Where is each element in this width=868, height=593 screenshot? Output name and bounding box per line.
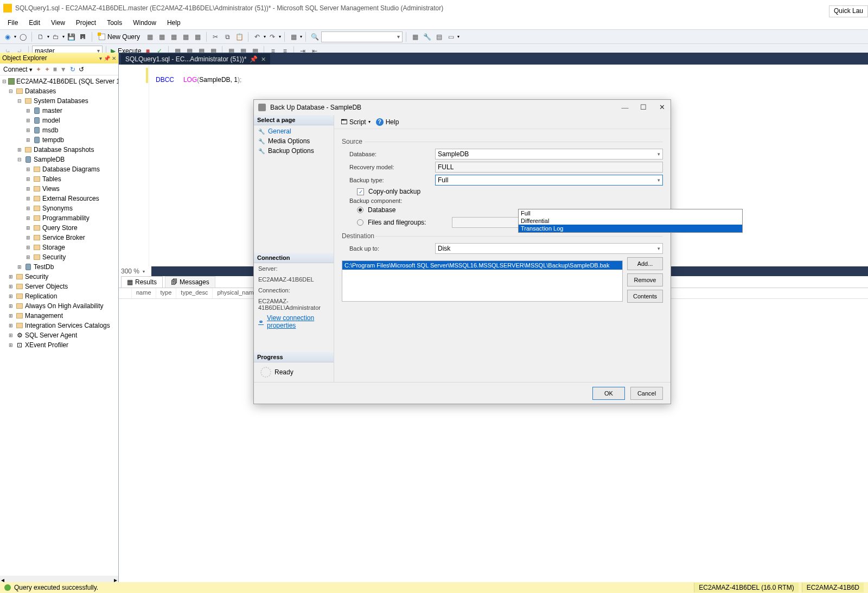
refresh-icon[interactable]: ↻: [70, 66, 75, 73]
maximize-icon[interactable]: ☐: [639, 103, 648, 112]
tree-views[interactable]: Views: [42, 185, 60, 193]
add-button[interactable]: Add...: [627, 257, 663, 270]
wrench-icon[interactable]: 🔧: [422, 31, 432, 42]
tree-ha[interactable]: Always On High Availability: [25, 302, 104, 310]
minimize-icon[interactable]: —: [621, 103, 629, 112]
tree-tempdb[interactable]: tempdb: [42, 136, 64, 144]
qry-icon1[interactable]: ▦: [144, 31, 155, 42]
tree-snapshots[interactable]: Database Snapshots: [34, 146, 94, 154]
oet-icon2[interactable]: ✦: [44, 66, 50, 73]
cut-icon[interactable]: ✂: [210, 31, 221, 42]
tree-extres[interactable]: External Resources: [42, 195, 99, 202]
tab-close-icon[interactable]: ✕: [261, 56, 266, 63]
connect-button[interactable]: Connect ▾: [3, 66, 33, 73]
pin2-icon[interactable]: 📌: [104, 55, 110, 61]
tree-storage[interactable]: Storage: [42, 244, 65, 251]
tree-prog[interactable]: Programmability: [42, 214, 90, 222]
quick-launch[interactable]: Quick Lau: [829, 5, 868, 17]
oet-icon3[interactable]: ≡: [53, 66, 57, 73]
col-typedesc[interactable]: type_desc: [176, 288, 213, 298]
tree-isc[interactable]: Integration Services Catalogs: [25, 322, 110, 329]
remove-button[interactable]: Remove: [627, 273, 663, 286]
tree-dbdiag[interactable]: Database Diagrams: [42, 165, 100, 173]
saveall-icon[interactable]: 🖪: [78, 31, 88, 42]
tree-msdb[interactable]: msdb: [42, 126, 58, 134]
qry-icon4[interactable]: ▦: [180, 31, 191, 42]
tool-icon4[interactable]: ▭: [445, 31, 456, 42]
tree-syn[interactable]: Synonyms: [42, 205, 73, 212]
paste-icon[interactable]: 📋: [234, 31, 245, 42]
tree-replication[interactable]: Replication: [25, 292, 57, 300]
col-type[interactable]: type: [156, 288, 177, 298]
tree-xevent[interactable]: XEvent Profiler: [25, 341, 68, 349]
menu-file[interactable]: File: [2, 18, 23, 28]
dd-full[interactable]: Full: [519, 209, 742, 217]
tab-results[interactable]: ▦Results: [121, 276, 163, 288]
page-backup-options[interactable]: 🔧Backup Options: [254, 146, 334, 156]
script-button[interactable]: 🗔Script▾: [341, 118, 371, 126]
nav-fwd-icon[interactable]: ◯: [17, 31, 28, 42]
dialog-titlebar[interactable]: Back Up Database - SampleDB — ☐ ✕: [254, 100, 671, 115]
tree-qs[interactable]: Query Store: [42, 224, 78, 232]
tree-server-objects[interactable]: Server Objects: [25, 283, 68, 290]
tree-sb[interactable]: Service Broker: [42, 234, 85, 241]
tab-messages[interactable]: 🗐Messages: [165, 276, 215, 288]
filter-icon[interactable]: ▼: [60, 66, 67, 73]
oet-icon4[interactable]: ↺: [79, 66, 84, 73]
save-icon[interactable]: 💾: [66, 31, 76, 42]
tool-icon3[interactable]: ▤: [433, 31, 444, 42]
backup-type-combo[interactable]: Full▾: [435, 175, 663, 186]
copy-icon[interactable]: ⧉: [222, 31, 233, 42]
find-icon[interactable]: 🔍: [309, 31, 320, 42]
grid-icon[interactable]: ▦: [288, 31, 299, 42]
tree-management[interactable]: Management: [25, 312, 63, 320]
object-tree[interactable]: ⊟EC2AMAZ-41B6DEL (SQL Server 16.0.10 ⊟Da…: [0, 75, 118, 575]
new-query-button[interactable]: New Query: [95, 32, 143, 42]
radio-filegroups[interactable]: [357, 219, 363, 226]
tree-security-db[interactable]: Security: [42, 253, 66, 261]
tree-testdb[interactable]: TestDb: [34, 263, 54, 271]
menu-view[interactable]: View: [46, 18, 71, 28]
tree-sysdb[interactable]: System Databases: [34, 97, 88, 105]
cancel-button[interactable]: Cancel: [630, 387, 663, 400]
tree-databases[interactable]: Databases: [25, 87, 56, 95]
redo-icon[interactable]: ↷: [267, 31, 278, 42]
backup-to-combo[interactable]: Disk▾: [435, 243, 663, 254]
tree-sampledb[interactable]: SampleDB: [34, 156, 65, 163]
tree-security[interactable]: Security: [25, 273, 48, 280]
radio-database[interactable]: [357, 207, 363, 213]
tree-tables[interactable]: Tables: [42, 175, 61, 183]
find-combo[interactable]: [321, 31, 403, 42]
folder-icon[interactable]: 🗀: [50, 31, 61, 42]
close-dialog-icon[interactable]: ✕: [658, 103, 666, 112]
qry-icon3[interactable]: ▦: [168, 31, 179, 42]
tree-model[interactable]: model: [42, 117, 60, 124]
page-media[interactable]: 🔧Media Options: [254, 136, 334, 146]
backup-type-dropdown[interactable]: Full Differential Transaction Log: [518, 209, 743, 233]
qry-icon5[interactable]: ▦: [192, 31, 203, 42]
destination-list[interactable]: C:\Program Files\Microsoft SQL Server\MS…: [342, 260, 623, 302]
col-name[interactable]: name: [132, 288, 156, 298]
menu-tools[interactable]: Tools: [101, 18, 127, 28]
close-icon[interactable]: ✕: [112, 55, 116, 61]
tab-pin-icon[interactable]: 📌: [250, 55, 258, 63]
menu-edit[interactable]: Edit: [23, 18, 46, 28]
dd-transaction-log[interactable]: Transaction Log: [519, 225, 742, 232]
qry-icon2[interactable]: ▦: [156, 31, 167, 42]
nav-back-icon[interactable]: ◉: [2, 31, 13, 42]
tab-sqlquery[interactable]: SQLQuery1.sql - EC...Administrator (51))…: [121, 54, 270, 65]
zoom-combo[interactable]: 300 % ▾: [119, 266, 151, 276]
tree-server[interactable]: EC2AMAZ-41B6DEL (SQL Server 16.0.10: [16, 78, 118, 85]
contents-button[interactable]: Contents: [627, 290, 663, 303]
menu-window[interactable]: Window: [127, 18, 162, 28]
tree-master[interactable]: master: [42, 107, 62, 114]
menu-help[interactable]: Help: [162, 18, 186, 28]
pin-icon[interactable]: ▾: [99, 55, 102, 61]
destination-path[interactable]: C:\Program Files\Microsoft SQL Server\MS…: [342, 261, 622, 270]
ok-button[interactable]: OK: [592, 387, 625, 400]
copy-only-checkbox[interactable]: ✓: [357, 188, 364, 195]
menu-project[interactable]: Project: [71, 18, 101, 28]
help-button[interactable]: ?Help: [376, 118, 399, 126]
tree-agent[interactable]: SQL Server Agent: [25, 331, 77, 339]
open-icon[interactable]: 🗋: [35, 31, 46, 42]
